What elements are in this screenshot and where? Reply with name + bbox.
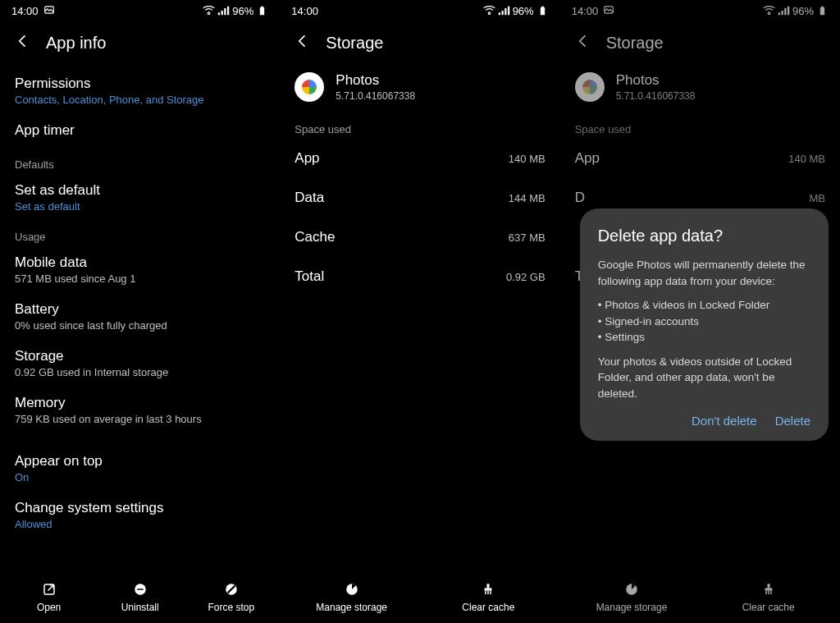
battery-item[interactable]: Battery 0% used since last fully charged xyxy=(15,293,265,340)
item-title: Permissions xyxy=(15,76,265,92)
page-title: Storage xyxy=(326,34,383,53)
open-button[interactable]: Open xyxy=(3,581,94,613)
svg-rect-28 xyxy=(788,7,789,16)
app-header: Photos 5.71.0.416067338 xyxy=(294,67,545,113)
item-title: Mobile data xyxy=(15,254,265,271)
dialog-lead: Google Photos will permanently delete th… xyxy=(598,257,810,289)
dialog-trail: Your photos & videos outside of Locked F… xyxy=(598,354,810,402)
app-version: 5.71.0.416067338 xyxy=(616,90,696,102)
delete-dialog: Delete app data? Google Photos will perm… xyxy=(580,208,829,441)
appear-on-top-item[interactable]: Appear on top On xyxy=(15,445,265,492)
wifi-icon xyxy=(203,6,215,16)
svg-rect-6 xyxy=(261,7,263,7)
item-title: Memory xyxy=(15,395,265,411)
bb-label: Manage storage xyxy=(596,602,668,613)
svg-rect-16 xyxy=(540,7,544,15)
delete-button[interactable]: Delete xyxy=(775,414,810,428)
clear-cache-button[interactable]: Clear cache xyxy=(700,581,837,613)
permissions-item[interactable]: Permissions Contacts, Location, Phone, a… xyxy=(15,67,265,114)
back-icon[interactable] xyxy=(15,33,31,53)
svg-rect-19 xyxy=(487,584,490,588)
status-time: 14:00 xyxy=(291,5,318,17)
dialog-title: Delete app data? xyxy=(598,227,810,245)
row-key: App xyxy=(294,150,319,167)
row-total: Total 0.92 GB xyxy=(294,257,545,296)
app-name: Photos xyxy=(336,72,415,89)
content: Photos 5.71.0.416067338 Space used App 1… xyxy=(280,67,559,572)
item-sub: 0.92 GB used in Internal storage xyxy=(15,366,265,378)
signal-icon xyxy=(778,6,790,16)
manage-storage-button[interactable]: Manage storage xyxy=(564,581,701,613)
uninstall-button[interactable]: Uninstall xyxy=(94,581,185,613)
svg-rect-12 xyxy=(498,12,500,15)
header: App info xyxy=(0,21,280,67)
defaults-head: Defaults xyxy=(15,149,265,174)
open-icon xyxy=(41,581,57,598)
svg-rect-2 xyxy=(221,11,223,15)
screen-storage-dialog: 14:00 96% Storage xyxy=(560,0,840,623)
pie-icon xyxy=(344,581,360,598)
force-stop-button[interactable]: Force stop xyxy=(185,581,276,613)
page-title: App info xyxy=(46,34,106,53)
picture-icon xyxy=(603,4,614,18)
set-default-item[interactable]: Set as default Set as default xyxy=(15,174,265,221)
svg-rect-13 xyxy=(501,11,503,15)
storage-item[interactable]: Storage 0.92 GB used in Internal storage xyxy=(15,340,265,387)
google-photos-icon xyxy=(575,72,605,102)
svg-rect-3 xyxy=(225,8,226,15)
row-val: MB xyxy=(809,192,825,204)
svg-rect-17 xyxy=(541,7,544,7)
brush-icon xyxy=(760,581,777,598)
status-time: 14:00 xyxy=(572,5,599,17)
svg-rect-4 xyxy=(227,7,229,16)
wifi-icon xyxy=(763,6,775,16)
bottom-bar: Open Uninstall Force stop xyxy=(0,572,280,623)
item-sub: 759 KB used on average in last 3 hours xyxy=(15,413,265,425)
dialog-actions: Don't delete Delete xyxy=(598,414,810,428)
back-icon[interactable] xyxy=(294,33,311,53)
memory-item[interactable]: Memory 759 KB used on average in last 3 … xyxy=(15,387,265,433)
item-title: Set as default xyxy=(15,182,265,199)
svg-rect-15 xyxy=(508,7,509,16)
item-title: Change system settings xyxy=(15,500,265,516)
back-icon[interactable] xyxy=(575,33,591,53)
row-data: Data 144 MB xyxy=(294,178,545,218)
page-title: Storage xyxy=(606,34,664,53)
item-title: App timer xyxy=(15,122,265,139)
item-sub: 571 MB used since Aug 1 xyxy=(15,273,265,285)
dialog-bullet: Settings xyxy=(598,329,810,346)
change-sys-item[interactable]: Change system settings Allowed xyxy=(15,492,265,538)
app-header: Photos 5.71.0.416067338 xyxy=(575,67,825,113)
usage-head: Usage xyxy=(15,221,265,246)
mobile-data-item[interactable]: Mobile data 571 MB used since Aug 1 xyxy=(15,246,265,293)
clear-cache-button[interactable]: Clear cache xyxy=(420,581,557,613)
row-key: App xyxy=(575,150,600,167)
app-name: Photos xyxy=(616,72,696,89)
forbid-icon xyxy=(223,581,240,598)
status-bar: 14:00 96% xyxy=(280,0,559,21)
svg-rect-25 xyxy=(778,12,780,15)
dont-delete-button[interactable]: Don't delete xyxy=(692,414,757,428)
header: Storage xyxy=(280,21,559,67)
battery-pct: 96% xyxy=(792,5,814,17)
bb-label: Clear cache xyxy=(462,602,514,613)
bb-label: Manage storage xyxy=(316,602,387,613)
row-val: 140 MB xyxy=(788,153,825,165)
item-sub: On xyxy=(15,471,265,483)
svg-rect-14 xyxy=(504,8,506,15)
bb-label: Force stop xyxy=(208,602,254,613)
svg-rect-26 xyxy=(781,11,783,15)
battery-icon xyxy=(816,6,829,16)
svg-rect-1 xyxy=(218,12,220,15)
uninstall-icon xyxy=(132,581,148,598)
app-timer-item[interactable]: App timer xyxy=(15,114,265,149)
google-photos-icon xyxy=(294,72,324,102)
status-time: 14:00 xyxy=(11,5,39,17)
manage-storage-button[interactable]: Manage storage xyxy=(283,581,420,613)
row-key: Total xyxy=(294,268,324,285)
svg-rect-29 xyxy=(820,7,824,15)
row-val: 637 MB xyxy=(509,231,546,244)
battery-pct: 96% xyxy=(513,5,534,17)
bb-label: Uninstall xyxy=(121,602,159,613)
status-bar: 14:00 96% xyxy=(560,0,840,21)
